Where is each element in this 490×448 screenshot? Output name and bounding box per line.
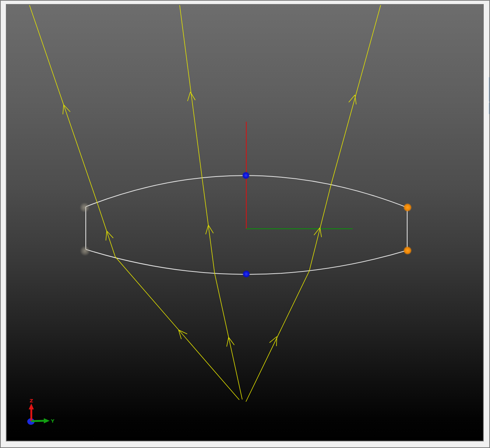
application-window: ZY xyxy=(0,0,490,448)
handle-lens-left-bottom[interactable] xyxy=(80,246,90,256)
handle-lens-right-top[interactable] xyxy=(403,203,412,211)
3d-viewport[interactable] xyxy=(6,4,484,441)
handle-lens-bottom-center[interactable] xyxy=(243,270,250,278)
handle-lens-top-center[interactable] xyxy=(242,172,250,179)
handle-lens-right-bottom[interactable] xyxy=(403,246,412,255)
handle-lens-left-top[interactable] xyxy=(80,202,90,213)
